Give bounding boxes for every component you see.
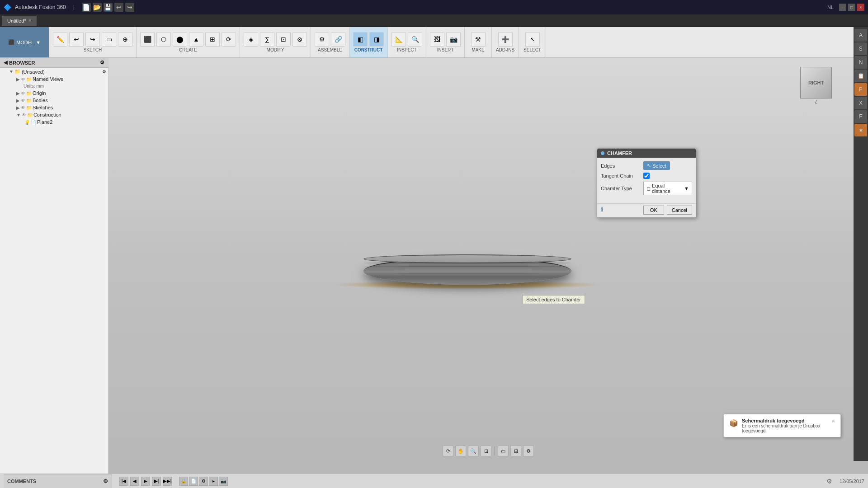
far-right-panel: A S N 📋 P X F ★ <box>854 27 868 461</box>
browser-item-unsaved[interactable]: ▼ 📁 (Unsaved) ⚙ <box>0 68 108 75</box>
settings-icon[interactable]: ⚙ <box>102 69 106 74</box>
create-icon-5[interactable]: ⊞ <box>205 32 220 47</box>
create-icon-1[interactable]: ⬛ <box>140 32 155 47</box>
insert-icon-2[interactable]: 📷 <box>446 32 461 47</box>
insert-icon-1[interactable]: 🖼 <box>430 32 444 47</box>
play-button[interactable]: ▶ <box>141 477 150 486</box>
browser-item-plane2[interactable]: 💡 📄 Plane2 <box>0 118 108 126</box>
chamfer-cancel-button[interactable]: Cancel <box>667 206 692 215</box>
chamfer-ok-button[interactable]: OK <box>643 206 664 215</box>
tab-close-icon[interactable]: × <box>29 18 32 23</box>
settings-btn2[interactable]: ⚙ <box>523 446 534 456</box>
chamfer-info-icon[interactable]: ℹ <box>601 206 603 215</box>
browser-item-origin[interactable]: ▶ 👁 📁 Origin <box>0 89 108 97</box>
modify-icon-4[interactable]: ⊗ <box>292 32 307 47</box>
model-button[interactable]: ⬛ MODEL ▼ <box>4 38 45 47</box>
unsaved-label: (Unsaved) <box>22 69 45 75</box>
pan-button[interactable]: ✋ <box>455 446 466 456</box>
viewport[interactable]: RIGHT Z Select edges to Chamfer <box>108 58 868 474</box>
notification-close-icon[interactable]: × <box>832 418 835 424</box>
viewcube[interactable]: RIGHT Z <box>800 67 832 104</box>
open-button[interactable]: 📂 <box>93 3 102 12</box>
construct-icon-1[interactable]: ◧ <box>353 32 368 47</box>
play-prev-button[interactable]: ◀ <box>130 477 139 486</box>
browser-item-bodies[interactable]: ▶ 👁 📁 Bodies <box>0 97 108 104</box>
modify-icon-2[interactable]: ∑ <box>260 32 274 47</box>
origin-label: Origin <box>33 90 46 96</box>
far-btn-3[interactable]: N <box>854 56 867 69</box>
statusbar-gear-icon[interactable]: ⚙ <box>826 478 832 485</box>
create-icon-4[interactable]: ▲ <box>189 32 203 47</box>
display-button[interactable]: ▭ <box>498 446 509 456</box>
far-btn-4[interactable]: 📋 <box>854 70 867 82</box>
fit-button[interactable]: ⊡ <box>481 446 491 456</box>
timeline-btn-2[interactable]: 📄 <box>189 477 198 486</box>
viewcube-face[interactable]: RIGHT <box>800 67 832 99</box>
redo-button[interactable]: ↪ <box>125 3 134 12</box>
sketch-icon-3[interactable]: ↪ <box>85 32 100 47</box>
browser-item-named-views[interactable]: ▶ 👁 📁 Named Views <box>0 75 108 83</box>
far-btn-8-accent[interactable]: ★ <box>854 124 867 136</box>
construct-label: CONSTRUCT <box>354 47 383 52</box>
far-btn-5-accent[interactable]: P <box>854 83 867 96</box>
addins-icon-1[interactable]: ➕ <box>498 32 513 47</box>
rib-5 <box>363 278 571 278</box>
chamfer-tooltip: Select edges to Chamfer <box>522 295 585 304</box>
modify-icon-3[interactable]: ⊡ <box>276 32 291 47</box>
play-start-button[interactable]: |◀ <box>119 477 128 486</box>
create-icon-3[interactable]: ⬤ <box>173 32 187 47</box>
comments-settings-icon[interactable]: ⚙ <box>103 478 108 484</box>
maximize-button[interactable]: □ <box>848 4 855 11</box>
browser-settings-icon[interactable]: ⚙ <box>100 60 104 66</box>
orbit-button[interactable]: ⟳ <box>443 446 453 456</box>
sketch-icon-2[interactable]: ↩ <box>69 32 84 47</box>
make-icon-1[interactable]: ⚒ <box>471 32 486 47</box>
grid-button[interactable]: ⊞ <box>510 446 521 456</box>
timeline-controls: 🔒 📄 ⚙ ▸ 📷 <box>179 477 228 486</box>
construct-icon-2[interactable]: ◨ <box>369 32 384 47</box>
quick-access[interactable]: 📄 📂 💾 ↩ ↪ <box>82 3 134 12</box>
active-tab[interactable]: Untitled* × <box>2 16 37 26</box>
select-icon-1[interactable]: ↖ <box>525 32 540 47</box>
play-next-button[interactable]: ▶| <box>152 477 161 486</box>
far-btn-7[interactable]: F <box>854 110 867 123</box>
timeline-btn-1[interactable]: 🔒 <box>179 477 188 486</box>
timeline-btn-4[interactable]: ▸ <box>209 477 218 486</box>
new-button[interactable]: 📄 <box>82 3 91 12</box>
browser-collapse-icon[interactable]: ◀ <box>4 60 7 66</box>
minimize-button[interactable]: — <box>839 4 846 11</box>
tangent-chain-checkbox[interactable] <box>643 173 650 179</box>
modify-icon-1[interactable]: ◈ <box>244 32 258 47</box>
assemble-icon-1[interactable]: ⚙ <box>315 32 329 47</box>
model-disc-top <box>363 254 571 263</box>
make-label: MAKE <box>472 47 484 52</box>
play-end-button[interactable]: ▶▶| <box>163 477 172 486</box>
chamfer-dialog-body: Edges ↖ Select Tangent Chain Chamfer Typ… <box>597 158 696 202</box>
plane-icon: 📄 <box>31 120 36 125</box>
addins-section: ➕ ADD-INS <box>492 27 519 57</box>
timeline-btn-5[interactable]: 📷 <box>219 477 228 486</box>
chamfer-select-button[interactable]: ↖ Select <box>643 161 670 170</box>
chamfer-type-row: Chamfer Type ◻ Equal distance ▼ <box>601 182 692 195</box>
save-button[interactable]: 💾 <box>104 3 113 12</box>
inspect-icon-1[interactable]: 📐 <box>392 32 406 47</box>
far-btn-6[interactable]: X <box>854 97 867 109</box>
sketch-icon-5[interactable]: ⊕ <box>118 32 132 47</box>
zoom-button[interactable]: 🔍 <box>468 446 479 456</box>
modify-section: ◈ ∑ ⊡ ⊗ MODIFY <box>240 27 311 57</box>
undo-button[interactable]: ↩ <box>114 3 123 12</box>
browser-item-sketches[interactable]: ▶ 👁 📁 Sketches <box>0 104 108 111</box>
create-icon-6[interactable]: ⟳ <box>222 32 236 47</box>
comments-label: COMMENTS <box>7 479 36 484</box>
create-icon-2[interactable]: ⬡ <box>156 32 171 47</box>
sketch-icon-1[interactable]: ✏️ <box>53 32 67 47</box>
browser-item-construction[interactable]: ▼ 👁 📁 Construction <box>0 111 108 118</box>
chamfer-type-dropdown[interactable]: ◻ Equal distance ▼ <box>643 182 692 195</box>
far-btn-1[interactable]: A <box>854 29 867 42</box>
timeline-btn-3[interactable]: ⚙ <box>199 477 208 486</box>
sketch-icon-4[interactable]: ▭ <box>102 32 116 47</box>
far-btn-2[interactable]: S <box>854 42 867 55</box>
inspect-icon-2[interactable]: 🔍 <box>408 32 422 47</box>
assemble-icon-2[interactable]: 🔗 <box>331 32 345 47</box>
close-button[interactable]: × <box>857 4 864 11</box>
